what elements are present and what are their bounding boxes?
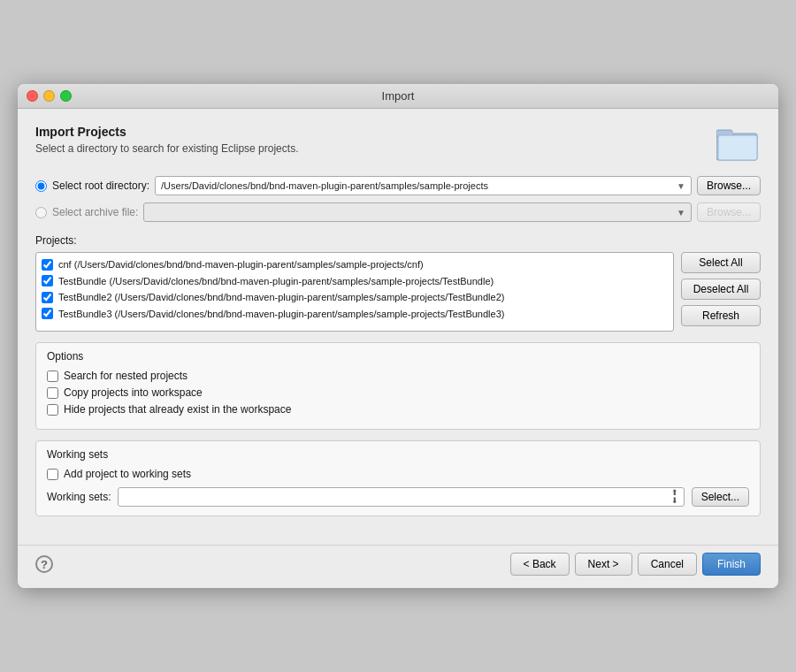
- add-to-working-sets-row: Add project to working sets: [47, 468, 749, 480]
- copy-projects-row: Copy projects into workspace: [47, 386, 749, 399]
- svg-rect-2: [718, 135, 757, 160]
- finish-button[interactable]: Finish: [702, 553, 761, 576]
- root-dir-value: /Users/David/clones/bnd/bnd-maven-plugin…: [161, 180, 488, 191]
- root-dir-dropdown[interactable]: /Users/David/clones/bnd/bnd-maven-plugin…: [155, 176, 692, 195]
- directory-section: Select root directory: /Users/David/clon…: [35, 176, 761, 222]
- bottom-bar: ? < Back Next > Cancel Finish: [18, 545, 778, 588]
- options-title: Options: [47, 350, 749, 363]
- project-label: TestBundle3 (/Users/David/clones/bnd/bnd…: [58, 307, 504, 322]
- next-button[interactable]: Next >: [575, 553, 632, 576]
- project-checkbox[interactable]: [42, 308, 53, 319]
- projects-list: cnf (/Users/David/clones/bnd/bnd-maven-p…: [35, 252, 674, 332]
- projects-buttons: Select All Deselect All Refresh: [681, 252, 761, 332]
- working-sets-label: Working sets:: [47, 491, 111, 503]
- root-dir-browse-button[interactable]: Browse...: [697, 176, 761, 195]
- archive-file-row: Select archive file: ▼ Browse...: [35, 202, 761, 222]
- copy-projects-checkbox[interactable]: [47, 387, 58, 399]
- navigation-buttons: < Back Next > Cancel Finish: [510, 553, 761, 576]
- help-button[interactable]: ?: [35, 555, 53, 573]
- import-dialog: Import Import Projects Select a director…: [18, 84, 778, 588]
- root-dir-input-group: /Users/David/clones/bnd/bnd-maven-plugin…: [155, 176, 761, 195]
- project-checkbox[interactable]: [42, 292, 53, 303]
- list-item: cnf (/Users/David/clones/bnd/bnd-maven-p…: [40, 256, 670, 273]
- dialog-content: Import Projects Select a directory to se…: [18, 109, 778, 545]
- working-sets-title: Working sets: [47, 448, 749, 461]
- list-item: TestBundle3 (/Users/David/clones/bnd/bnd…: [40, 306, 670, 323]
- folder-icon: [716, 125, 761, 162]
- project-label: TestBundle (/Users/David/clones/bnd/bnd-…: [58, 274, 494, 289]
- search-nested-checkbox[interactable]: [47, 370, 58, 382]
- archive-file-input-group: ▼ Browse...: [143, 202, 761, 222]
- back-button[interactable]: < Back: [510, 553, 570, 576]
- working-sets-section: Working sets Add project to working sets…: [35, 440, 761, 516]
- archive-file-radio[interactable]: [35, 207, 47, 218]
- dialog-title: Import Projects: [35, 125, 298, 139]
- options-section: Options Search for nested projects Copy …: [35, 342, 761, 430]
- dialog-header: Import Projects Select a directory to se…: [35, 125, 761, 162]
- minimize-button[interactable]: [43, 90, 55, 102]
- root-dir-row: Select root directory: /Users/David/clon…: [35, 176, 761, 195]
- hide-existing-row: Hide projects that already exist in the …: [47, 403, 749, 416]
- working-sets-select-button[interactable]: Select...: [692, 487, 749, 507]
- cancel-button[interactable]: Cancel: [638, 553, 697, 576]
- deselect-all-button[interactable]: Deselect All: [681, 279, 761, 300]
- hide-existing-label: Hide projects that already exist in the …: [64, 403, 291, 416]
- working-sets-arrows-icon: ⬆⬇: [671, 489, 678, 505]
- archive-file-dropdown: ▼: [143, 202, 692, 222]
- root-dir-radio[interactable]: [35, 180, 47, 192]
- refresh-button[interactable]: Refresh: [681, 305, 761, 326]
- dialog-header-text: Import Projects Select a directory to se…: [35, 125, 298, 155]
- maximize-button[interactable]: [60, 90, 72, 102]
- add-to-working-sets-checkbox[interactable]: [47, 469, 58, 480]
- projects-area: cnf (/Users/David/clones/bnd/bnd-maven-p…: [35, 252, 761, 332]
- window-title: Import: [382, 89, 415, 103]
- list-item: TestBundle2 (/Users/David/clones/bnd/bnd…: [40, 289, 670, 306]
- list-item: TestBundle (/Users/David/clones/bnd/bnd-…: [40, 273, 670, 290]
- working-sets-dropdown[interactable]: ⬆⬇: [118, 487, 684, 507]
- copy-projects-label: Copy projects into workspace: [64, 386, 203, 399]
- dialog-subtitle: Select a directory to search for existin…: [35, 142, 298, 155]
- root-dir-arrow-icon: ▼: [677, 181, 685, 191]
- root-dir-label: Select root directory:: [52, 179, 149, 192]
- archive-file-arrow-icon: ▼: [677, 208, 685, 218]
- project-label: cnf (/Users/David/clones/bnd/bnd-maven-p…: [58, 257, 424, 272]
- search-nested-label: Search for nested projects: [64, 370, 188, 382]
- title-bar: Import: [18, 84, 778, 109]
- select-all-button[interactable]: Select All: [681, 252, 761, 273]
- search-nested-row: Search for nested projects: [47, 370, 749, 382]
- close-button[interactable]: [27, 90, 38, 102]
- hide-existing-checkbox[interactable]: [47, 404, 58, 416]
- add-to-working-sets-label: Add project to working sets: [64, 468, 191, 480]
- svg-rect-3: [729, 132, 732, 135]
- working-sets-dropdown-row: Working sets: ⬆⬇ Select...: [47, 487, 749, 507]
- project-checkbox[interactable]: [42, 259, 53, 271]
- project-label: TestBundle2 (/Users/David/clones/bnd/bnd…: [58, 290, 504, 305]
- archive-file-label: Select archive file:: [52, 206, 138, 218]
- archive-file-browse-button[interactable]: Browse...: [697, 202, 761, 222]
- traffic-lights: [27, 90, 72, 102]
- projects-section-label: Projects:: [35, 234, 761, 247]
- project-checkbox[interactable]: [42, 275, 53, 286]
